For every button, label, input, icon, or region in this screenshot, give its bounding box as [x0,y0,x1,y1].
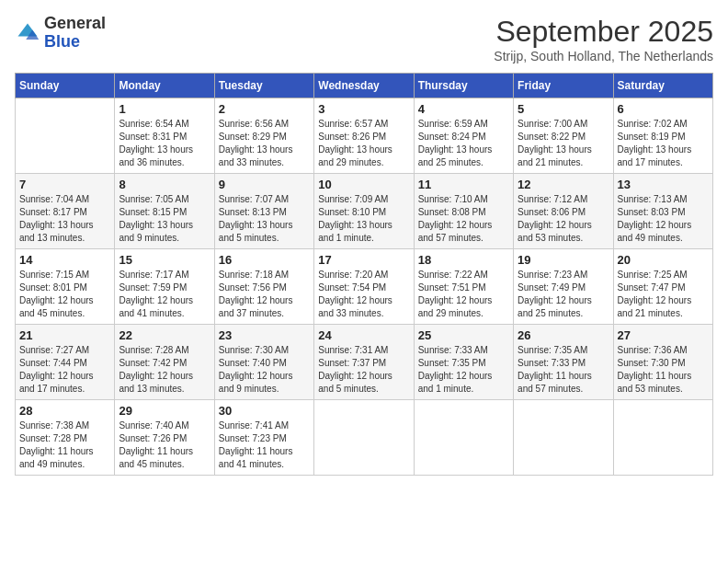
day-number: 22 [119,328,210,342]
col-header-monday: Monday [115,74,214,98]
day-number: 29 [119,404,210,418]
col-header-thursday: Thursday [414,74,513,98]
day-cell: 18Sunrise: 7:22 AM Sunset: 7:51 PM Dayli… [414,249,513,325]
day-number: 15 [119,253,210,267]
day-cell [514,400,613,476]
week-row-2: 7Sunrise: 7:04 AM Sunset: 8:17 PM Daylig… [16,174,713,249]
day-number: 10 [318,178,409,191]
week-row-5: 28Sunrise: 7:38 AM Sunset: 7:28 PM Dayli… [16,400,713,476]
day-number: 11 [418,178,509,191]
day-info: Sunrise: 7:41 AM Sunset: 7:23 PM Dayligh… [219,419,310,471]
col-header-wednesday: Wednesday [314,74,414,98]
location-subtitle: Strijp, South Holland, The Netherlands [494,49,713,63]
day-info: Sunrise: 7:17 AM Sunset: 7:59 PM Dayligh… [119,269,210,320]
day-number: 30 [219,404,310,418]
day-info: Sunrise: 7:28 AM Sunset: 7:42 PM Dayligh… [119,344,210,396]
day-info: Sunrise: 6:54 AM Sunset: 8:31 PM Dayligh… [119,118,210,169]
day-cell: 1Sunrise: 6:54 AM Sunset: 8:31 PM Daylig… [115,98,214,174]
day-info: Sunrise: 7:25 AM Sunset: 7:47 PM Dayligh… [618,269,709,320]
day-info: Sunrise: 7:20 AM Sunset: 7:54 PM Dayligh… [318,269,409,320]
day-info: Sunrise: 7:02 AM Sunset: 8:19 PM Dayligh… [618,118,709,169]
day-info: Sunrise: 6:57 AM Sunset: 8:26 PM Dayligh… [318,118,409,169]
day-number: 5 [518,102,609,116]
month-title: September 2025 [494,15,713,49]
day-cell: 17Sunrise: 7:20 AM Sunset: 7:54 PM Dayli… [314,249,414,325]
logo-icon [15,20,40,46]
day-info: Sunrise: 7:27 AM Sunset: 7:44 PM Dayligh… [19,344,110,396]
day-number: 1 [119,102,210,116]
day-number: 26 [518,328,609,342]
day-cell: 14Sunrise: 7:15 AM Sunset: 8:01 PM Dayli… [16,249,115,325]
day-cell: 21Sunrise: 7:27 AM Sunset: 7:44 PM Dayli… [16,325,115,400]
day-number: 12 [518,178,609,191]
day-number: 27 [618,328,709,342]
logo: General Blue [15,15,106,52]
day-number: 25 [418,328,509,342]
day-number: 14 [19,253,110,267]
day-info: Sunrise: 7:00 AM Sunset: 8:22 PM Dayligh… [518,118,609,169]
day-number: 3 [318,102,409,116]
day-cell: 7Sunrise: 7:04 AM Sunset: 8:17 PM Daylig… [16,174,115,249]
day-info: Sunrise: 6:59 AM Sunset: 8:24 PM Dayligh… [418,118,509,169]
week-row-1: 1Sunrise: 6:54 AM Sunset: 8:31 PM Daylig… [16,98,713,174]
day-cell [314,400,414,476]
day-info: Sunrise: 7:23 AM Sunset: 7:49 PM Dayligh… [518,269,609,320]
day-number: 9 [219,178,310,191]
day-info: Sunrise: 7:30 AM Sunset: 7:40 PM Dayligh… [219,344,310,396]
day-info: Sunrise: 7:38 AM Sunset: 7:28 PM Dayligh… [19,419,110,471]
day-cell [613,400,712,476]
day-number: 19 [518,253,609,267]
day-cell: 23Sunrise: 7:30 AM Sunset: 7:40 PM Dayli… [214,325,313,400]
day-number: 28 [19,404,110,418]
day-info: Sunrise: 7:35 AM Sunset: 7:33 PM Dayligh… [518,344,609,396]
day-number: 2 [219,102,310,116]
day-cell: 8Sunrise: 7:05 AM Sunset: 8:15 PM Daylig… [115,174,214,249]
day-cell: 30Sunrise: 7:41 AM Sunset: 7:23 PM Dayli… [214,400,313,476]
day-info: Sunrise: 7:36 AM Sunset: 7:30 PM Dayligh… [618,344,709,396]
day-cell: 3Sunrise: 6:57 AM Sunset: 8:26 PM Daylig… [314,98,414,174]
logo-text: General Blue [44,15,106,52]
day-cell: 2Sunrise: 6:56 AM Sunset: 8:29 PM Daylig… [214,98,313,174]
day-info: Sunrise: 7:12 AM Sunset: 8:06 PM Dayligh… [518,193,609,245]
day-cell: 15Sunrise: 7:17 AM Sunset: 7:59 PM Dayli… [115,249,214,325]
day-number: 18 [418,253,509,267]
day-cell: 22Sunrise: 7:28 AM Sunset: 7:42 PM Dayli… [115,325,214,400]
title-block: September 2025 Strijp, South Holland, Th… [494,15,713,63]
day-cell: 10Sunrise: 7:09 AM Sunset: 8:10 PM Dayli… [314,174,414,249]
day-info: Sunrise: 7:07 AM Sunset: 8:13 PM Dayligh… [219,193,310,245]
week-row-4: 21Sunrise: 7:27 AM Sunset: 7:44 PM Dayli… [16,325,713,400]
day-number: 8 [119,178,210,191]
page-header: General Blue September 2025 Strijp, Sout… [15,15,713,63]
day-number: 6 [618,102,709,116]
day-info: Sunrise: 7:22 AM Sunset: 7:51 PM Dayligh… [418,269,509,320]
day-cell: 19Sunrise: 7:23 AM Sunset: 7:49 PM Dayli… [514,249,613,325]
day-info: Sunrise: 7:09 AM Sunset: 8:10 PM Dayligh… [318,193,409,245]
day-cell: 5Sunrise: 7:00 AM Sunset: 8:22 PM Daylig… [514,98,613,174]
day-cell: 9Sunrise: 7:07 AM Sunset: 8:13 PM Daylig… [214,174,313,249]
day-info: Sunrise: 7:15 AM Sunset: 8:01 PM Dayligh… [19,269,110,320]
day-info: Sunrise: 7:04 AM Sunset: 8:17 PM Dayligh… [19,193,110,245]
day-cell [16,98,115,174]
day-cell: 12Sunrise: 7:12 AM Sunset: 8:06 PM Dayli… [514,174,613,249]
day-info: Sunrise: 7:33 AM Sunset: 7:35 PM Dayligh… [418,344,509,396]
day-cell: 24Sunrise: 7:31 AM Sunset: 7:37 PM Dayli… [314,325,414,400]
day-cell: 27Sunrise: 7:36 AM Sunset: 7:30 PM Dayli… [613,325,712,400]
day-cell: 25Sunrise: 7:33 AM Sunset: 7:35 PM Dayli… [414,325,513,400]
day-info: Sunrise: 7:13 AM Sunset: 8:03 PM Dayligh… [618,193,709,245]
logo-general: General [44,15,106,33]
day-info: Sunrise: 7:05 AM Sunset: 8:15 PM Dayligh… [119,193,210,245]
day-number: 24 [318,328,409,342]
day-cell: 4Sunrise: 6:59 AM Sunset: 8:24 PM Daylig… [414,98,513,174]
day-info: Sunrise: 6:56 AM Sunset: 8:29 PM Dayligh… [219,118,310,169]
day-info: Sunrise: 7:31 AM Sunset: 7:37 PM Dayligh… [318,344,409,396]
day-number: 17 [318,253,409,267]
day-cell: 16Sunrise: 7:18 AM Sunset: 7:56 PM Dayli… [214,249,313,325]
col-header-friday: Friday [514,74,613,98]
day-info: Sunrise: 7:10 AM Sunset: 8:08 PM Dayligh… [418,193,509,245]
day-info: Sunrise: 7:40 AM Sunset: 7:26 PM Dayligh… [119,419,210,471]
calendar-table: SundayMondayTuesdayWednesdayThursdayFrid… [15,73,713,476]
day-number: 7 [19,178,110,191]
logo-blue: Blue [44,33,106,52]
day-cell: 13Sunrise: 7:13 AM Sunset: 8:03 PM Dayli… [613,174,712,249]
day-number: 23 [219,328,310,342]
